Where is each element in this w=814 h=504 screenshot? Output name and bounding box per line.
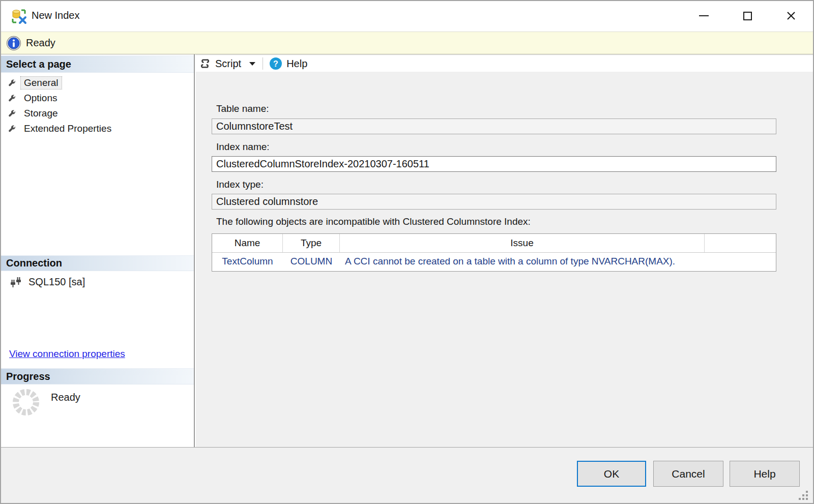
column-header-issue[interactable]: Issue bbox=[340, 234, 705, 252]
connection-header-label: Connection bbox=[6, 257, 62, 269]
sidebar-item-general[interactable]: General bbox=[7, 75, 62, 90]
wrench-icon bbox=[7, 94, 16, 102]
incompatible-objects-table: Name Type Issue TextColumn COLUMN A CCI … bbox=[212, 233, 776, 272]
index-name-field[interactable] bbox=[212, 156, 776, 172]
ok-button[interactable]: OK bbox=[577, 461, 646, 487]
progress-status-text: Ready bbox=[51, 388, 80, 403]
toolbar: Script ? Help bbox=[196, 55, 813, 72]
sidebar-item-label: General bbox=[21, 77, 62, 89]
help-label: Help bbox=[286, 58, 307, 70]
index-type-label: Index type: bbox=[216, 179, 264, 190]
window-title: New Index bbox=[32, 10, 80, 21]
toolbar-separator bbox=[263, 57, 263, 70]
script-label: Script bbox=[215, 58, 241, 70]
close-icon bbox=[786, 11, 796, 21]
column-header-empty bbox=[705, 234, 776, 252]
cell-issue: A CCI cannot be created on a table with … bbox=[340, 253, 705, 270]
cell-empty bbox=[705, 253, 776, 270]
sidebar-item-label: Options bbox=[21, 92, 60, 104]
incompatibility-warning: The following objects are incompatible w… bbox=[216, 216, 531, 227]
select-a-page-header: Select a page bbox=[1, 55, 194, 73]
connection-server-label: SQL150 [sa] bbox=[28, 276, 85, 288]
connection-server: SQL150 [sa] bbox=[9, 275, 85, 288]
progress-status: Ready bbox=[11, 388, 80, 417]
sidebar-item-options[interactable]: Options bbox=[7, 91, 60, 105]
help-button[interactable]: Help bbox=[730, 461, 800, 487]
new-index-dialog: New Index Ready Select a page General bbox=[0, 0, 814, 504]
sidebar-item-label: Extended Properties bbox=[21, 123, 114, 135]
cell-type: COLUMN bbox=[283, 253, 340, 270]
index-name-label: Index name: bbox=[216, 141, 270, 153]
sidebar-item-label: Storage bbox=[21, 107, 61, 120]
cancel-button[interactable]: Cancel bbox=[653, 461, 723, 487]
status-text: Ready bbox=[26, 37, 55, 49]
left-panel: Select a page General Options Storage Ex… bbox=[1, 54, 195, 447]
sidebar-item-storage[interactable]: Storage bbox=[7, 106, 61, 121]
svg-text:?: ? bbox=[273, 60, 278, 68]
title-bar[interactable]: New Index bbox=[1, 1, 813, 32]
cell-name: TextColumn bbox=[212, 253, 283, 270]
table-name-field[interactable] bbox=[212, 118, 776, 134]
minimize-icon bbox=[699, 15, 709, 16]
connection-header: Connection bbox=[1, 255, 194, 271]
main-panel: Script ? Help Table name: Index name: In… bbox=[196, 54, 813, 447]
view-connection-properties-link[interactable]: View connection properties bbox=[9, 348, 125, 360]
wrench-icon bbox=[7, 78, 16, 87]
close-button[interactable] bbox=[772, 1, 810, 31]
select-a-page-label: Select a page bbox=[6, 58, 71, 70]
wrench-icon bbox=[7, 124, 16, 133]
column-header-type[interactable]: Type bbox=[283, 234, 340, 252]
script-icon bbox=[199, 57, 211, 70]
table-row[interactable]: TextColumn COLUMN A CCI cannot be create… bbox=[212, 253, 776, 270]
help-toolbar-button[interactable]: ? Help bbox=[269, 57, 307, 70]
column-header-name[interactable]: Name bbox=[212, 234, 283, 252]
info-icon bbox=[6, 36, 21, 51]
table-header-row: Name Type Issue bbox=[212, 234, 776, 253]
footer: OK Cancel Help bbox=[1, 447, 813, 503]
dialog-body: Select a page General Options Storage Ex… bbox=[1, 54, 813, 447]
script-button[interactable]: Script bbox=[199, 57, 241, 70]
index-type-field[interactable] bbox=[212, 194, 776, 210]
wrench-icon bbox=[7, 109, 16, 117]
script-dropdown-caret[interactable] bbox=[249, 62, 255, 66]
minimize-button[interactable] bbox=[685, 1, 722, 31]
resize-grip[interactable] bbox=[798, 490, 809, 501]
maximize-button[interactable] bbox=[729, 1, 766, 31]
status-bar: Ready bbox=[1, 32, 813, 54]
table-name-label: Table name: bbox=[216, 103, 269, 114]
help-icon: ? bbox=[269, 57, 282, 70]
spinner-icon bbox=[11, 388, 41, 417]
sidebar-item-extended-properties[interactable]: Extended Properties bbox=[7, 121, 114, 136]
progress-header-label: Progress bbox=[6, 371, 50, 382]
plug-icon bbox=[9, 275, 22, 288]
progress-header: Progress bbox=[1, 368, 194, 384]
maximize-icon bbox=[743, 12, 752, 20]
new-index-icon bbox=[11, 8, 27, 24]
